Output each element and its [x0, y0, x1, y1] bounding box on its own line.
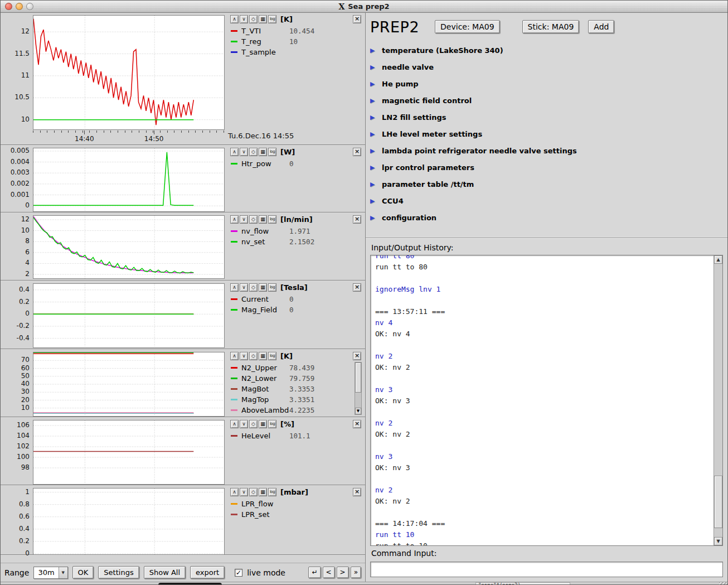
- autoscale-button[interactable]: ◇: [249, 15, 258, 23]
- chart-area[interactable]: [33, 488, 225, 555]
- tree-expand-triangle-icon[interactable]: ▶: [370, 214, 377, 221]
- log-scale-button[interactable]: log: [268, 488, 276, 496]
- tree-item-2[interactable]: ▶needle valve: [370, 59, 723, 75]
- scrollbar-down-icon[interactable]: ▼: [714, 537, 722, 545]
- legend-scrollbar[interactable]: ▼: [355, 362, 362, 415]
- legend-item[interactable]: LPR_set: [231, 509, 352, 520]
- tree-expand-triangle-icon[interactable]: ▶: [370, 64, 377, 71]
- legend-item[interactable]: T_sample: [231, 47, 352, 57]
- tree-item-5[interactable]: ▶LN2 fill settings: [370, 109, 723, 125]
- tree-expand-triangle-icon[interactable]: ▶: [370, 80, 377, 88]
- tree-expand-triangle-icon[interactable]: ▶: [370, 181, 377, 188]
- step-forward-button[interactable]: >: [337, 567, 349, 578]
- log-scale-button[interactable]: log: [268, 215, 276, 224]
- window-titlebar[interactable]: X Sea prep2: [1, 1, 727, 13]
- show-all-button[interactable]: Show All: [144, 566, 186, 579]
- options-button[interactable]: ▦: [259, 148, 267, 156]
- tree-expand-triangle-icon[interactable]: ▶: [370, 47, 377, 54]
- tree-item-8[interactable]: ▶lpr control parameters: [370, 159, 723, 176]
- autoscale-button[interactable]: ◇: [249, 420, 258, 428]
- chart-area[interactable]: [33, 352, 225, 417]
- options-button[interactable]: ▦: [259, 352, 267, 360]
- device-button[interactable]: Device: MA09: [435, 20, 500, 33]
- tree-item-10[interactable]: ▶CCU4: [370, 192, 723, 209]
- tree-expand-triangle-icon[interactable]: ▶: [370, 130, 377, 138]
- add-button[interactable]: Add: [588, 20, 614, 33]
- resize-grip[interactable]: [719, 582, 727, 585]
- legend-item[interactable]: nv_set2.1502: [231, 236, 352, 247]
- legend-scrollbar-down-icon[interactable]: ▼: [355, 408, 361, 414]
- scroll-down-button[interactable]: ∨: [240, 15, 248, 23]
- legend-item[interactable]: LPR_flow: [231, 499, 352, 509]
- tree-item-1[interactable]: ▶temperature (LakeShore 340): [370, 42, 723, 59]
- tree-item-4[interactable]: ▶magnetic field control: [370, 92, 723, 109]
- range-dropdown[interactable]: 30m ▼: [33, 567, 67, 579]
- legend-item[interactable]: T_reg10: [231, 36, 352, 47]
- legend-item[interactable]: T_VTI10.454: [231, 26, 352, 36]
- tree-expand-triangle-icon[interactable]: ▶: [370, 197, 377, 205]
- log-scale-button[interactable]: log: [268, 148, 276, 156]
- chart-area[interactable]: [33, 148, 225, 212]
- tree-item-11[interactable]: ▶configuration: [370, 209, 723, 226]
- legend-item[interactable]: Htr_pow0: [231, 158, 352, 169]
- window-minimize-button[interactable]: [16, 3, 23, 10]
- scroll-up-button[interactable]: ∧: [230, 488, 239, 496]
- tree-expand-triangle-icon[interactable]: ▶: [370, 114, 377, 121]
- options-button[interactable]: ▦: [259, 283, 267, 292]
- legend-item[interactable]: nv_flow1.971: [231, 226, 352, 236]
- log-scale-button[interactable]: log: [268, 420, 276, 428]
- jump-latest-button[interactable]: ↵: [308, 567, 321, 578]
- live-mode-checkbox[interactable]: ✓: [235, 569, 242, 577]
- scroll-up-button[interactable]: ∧: [230, 420, 239, 428]
- close-plot-button[interactable]: ×: [353, 283, 361, 292]
- autoscale-button[interactable]: ◇: [249, 215, 258, 224]
- scroll-down-button[interactable]: ∨: [240, 488, 248, 496]
- scroll-up-button[interactable]: ∧: [230, 352, 239, 360]
- options-button[interactable]: ▦: [259, 215, 267, 224]
- chart-area[interactable]: [33, 15, 225, 130]
- close-plot-button[interactable]: ×: [353, 488, 361, 496]
- legend-item[interactable]: MagBot3.3353: [231, 384, 352, 394]
- tree-item-9[interactable]: ▶parameter table /tt/tm: [370, 176, 723, 192]
- legend-item[interactable]: Mag_Field0: [231, 304, 352, 315]
- legend-item[interactable]: AboveLambda4.2235: [231, 405, 352, 415]
- step-back-button[interactable]: <: [323, 567, 335, 578]
- log-scale-button[interactable]: log: [268, 352, 276, 360]
- chart-area[interactable]: [33, 420, 225, 485]
- close-plot-button[interactable]: ×: [353, 15, 361, 23]
- chart-area[interactable]: [33, 215, 225, 279]
- export-button[interactable]: export: [190, 566, 225, 579]
- scroll-down-button[interactable]: ∨: [240, 420, 248, 428]
- legend-scrollbar-thumb[interactable]: [355, 362, 361, 393]
- stick-button[interactable]: Stick: MA09: [522, 20, 580, 33]
- close-plot-button[interactable]: ×: [353, 352, 361, 360]
- options-button[interactable]: ▦: [259, 15, 267, 23]
- command-input[interactable]: [370, 562, 723, 577]
- close-plot-button[interactable]: ×: [353, 215, 361, 224]
- legend-item[interactable]: MagTop3.3351: [231, 394, 352, 405]
- legend-item[interactable]: N2_Upper78.439: [231, 362, 352, 373]
- tree-expand-triangle-icon[interactable]: ▶: [370, 164, 377, 171]
- scroll-up-button[interactable]: ∧: [230, 215, 239, 224]
- legend-item[interactable]: Current0: [231, 294, 352, 304]
- tree-item-6[interactable]: ▶LHe level meter settings: [370, 125, 723, 142]
- autoscale-button[interactable]: ◇: [249, 148, 258, 156]
- options-button[interactable]: ▦: [259, 488, 267, 496]
- log-scale-button[interactable]: log: [268, 15, 276, 23]
- scroll-down-button[interactable]: ∨: [240, 215, 248, 224]
- autoscale-button[interactable]: ◇: [249, 283, 258, 292]
- scroll-up-button[interactable]: ∧: [230, 15, 239, 23]
- scroll-down-button[interactable]: ∨: [240, 283, 248, 292]
- close-plot-button[interactable]: ×: [353, 420, 361, 428]
- legend-item[interactable]: N2_Lower79.759: [231, 373, 352, 384]
- close-plot-button[interactable]: ×: [353, 148, 361, 156]
- scroll-down-button[interactable]: ∨: [240, 148, 248, 156]
- io-history-console[interactable]: run tt 80run tt to 80 ignoreMsg lnv 1 ==…: [370, 255, 723, 546]
- tree-item-7[interactable]: ▶lambda point refrigerator needle valve …: [370, 142, 723, 159]
- scroll-up-button[interactable]: ∧: [230, 148, 239, 156]
- scroll-down-button[interactable]: ∨: [240, 352, 248, 360]
- scrollbar-up-icon[interactable]: ▲: [714, 255, 722, 264]
- autoscale-button[interactable]: ◇: [249, 352, 258, 360]
- scrollbar-thumb[interactable]: [714, 476, 722, 528]
- autoscale-button[interactable]: ◇: [249, 488, 258, 496]
